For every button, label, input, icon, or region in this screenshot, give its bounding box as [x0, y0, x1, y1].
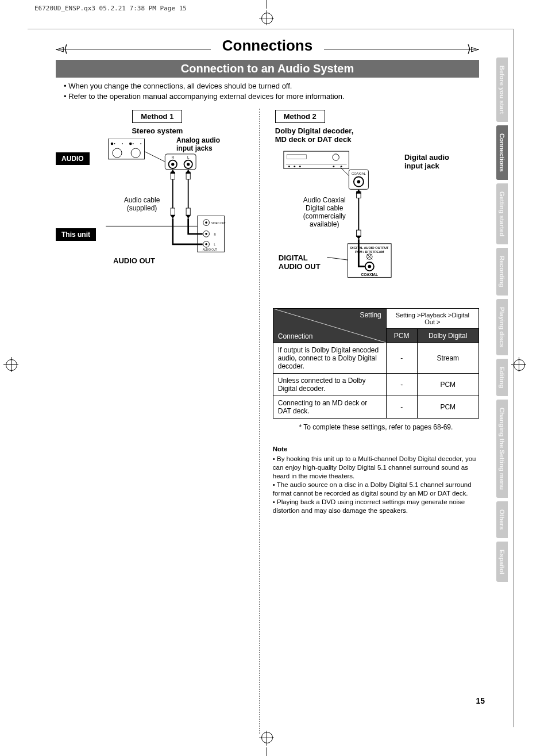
svg-marker-57 — [356, 236, 361, 240]
svg-point-1 — [113, 148, 122, 158]
svg-rect-41 — [287, 155, 306, 159]
bracket-right-icon: ⟩▻ — [467, 43, 479, 55]
svg-line-16 — [144, 152, 165, 162]
svg-rect-21 — [171, 208, 175, 216]
method2-column: Method 2 Dolby Digital decoder, MD deck … — [259, 109, 479, 515]
svg-point-29 — [205, 222, 207, 224]
svg-point-44 — [294, 166, 295, 168]
diagram-area: Method 1 Stereo system AUDIO Analog audi… — [56, 109, 479, 515]
svg-point-4 — [114, 143, 115, 144]
page-trim-right — [513, 29, 514, 727]
note-bullet-1: • By hooking this unit up to a Multi-cha… — [273, 455, 479, 481]
svg-point-46 — [333, 166, 334, 168]
svg-marker-25 — [170, 215, 175, 218]
svg-text:AUDIO OUT: AUDIO OUT — [203, 249, 217, 252]
table-row: Unless connected to a Dolby Digital deco… — [273, 374, 478, 396]
svg-text:VIDEO OUT: VIDEO OUT — [211, 222, 226, 225]
svg-point-3 — [111, 143, 113, 145]
svg-point-65 — [368, 265, 371, 268]
svg-point-6 — [133, 143, 134, 144]
svg-point-45 — [299, 166, 301, 168]
page-trim-top — [28, 29, 514, 29]
side-tab: Connections — [496, 125, 508, 180]
side-tab: Editing — [496, 359, 508, 396]
svg-point-35 — [205, 243, 207, 245]
svg-text:DIGITAL AUDIO OUTPUT: DIGITAL AUDIO OUTPUT — [350, 247, 389, 250]
svg-point-47 — [340, 166, 342, 168]
intro-bullet-1: • When you change the connections, all d… — [64, 81, 479, 91]
table-path-header: Setting >Playback >Digital Out > — [386, 309, 478, 329]
side-tab: Getting started — [496, 183, 508, 244]
side-tab: Playing discs — [496, 299, 508, 355]
col-dolby-header: Dolby Digital — [417, 329, 478, 343]
svg-text:R: R — [172, 155, 175, 159]
intro-text: • When you change the connections, all d… — [56, 81, 479, 102]
svg-rect-39 — [284, 151, 349, 168]
page-content: ◅⟨ Connections ⟩▻ Connection to an Audio… — [56, 40, 479, 722]
crop-mark-right-icon — [508, 359, 531, 371]
crop-mark-bottom-icon — [261, 733, 273, 756]
svg-point-11 — [171, 163, 174, 166]
title-border: ◅⟨ Connections ⟩▻ — [56, 40, 479, 57]
intro-bullet-2: • Refer to the operation manual accompan… — [64, 91, 479, 102]
svg-point-5 — [129, 143, 132, 145]
svg-marker-24 — [186, 170, 191, 174]
note-block: Note • By hooking this unit up to a Mult… — [273, 445, 479, 515]
svg-marker-23 — [170, 170, 175, 174]
svg-text:L: L — [187, 155, 190, 159]
method2-subtitle: Dolby Digital decoder, MD deck or DAT de… — [275, 126, 479, 144]
table-row: Connecting to an MD deck or DAT deck.-PC… — [273, 396, 478, 419]
method1-title-box: Method 1 — [132, 110, 182, 123]
svg-point-43 — [288, 166, 290, 168]
side-tabs: Before you startConnectionsGetting start… — [496, 57, 509, 585]
method2-title-box: Method 2 — [275, 110, 325, 123]
side-tab: Recording — [496, 248, 508, 295]
method2-diagram: COAXIAL DIGITAL AUDIO OUTPUT PCM / BITST… — [273, 147, 479, 297]
file-header-meta: E6720UD_ENSP.qx3 05.2.21 7:38 PM Page 15 — [34, 5, 187, 12]
svg-point-2 — [131, 148, 140, 158]
page-title: Connections — [211, 37, 324, 54]
svg-text:COAXIAL: COAXIAL — [352, 172, 366, 175]
svg-line-67 — [327, 258, 348, 260]
side-tab: Others — [496, 501, 508, 538]
section-heading: Connection to an Audio System — [56, 60, 479, 78]
svg-line-68 — [273, 309, 386, 343]
svg-point-8 — [140, 143, 141, 144]
svg-point-51 — [357, 181, 360, 184]
crop-mark-top-icon — [261, 0, 273, 23]
note-bullet-3: • Playing back a DVD using incorrect set… — [273, 498, 479, 515]
method1-column: Method 1 Stereo system AUDIO Analog audi… — [56, 109, 259, 515]
col-pcm-header: PCM — [386, 329, 417, 343]
svg-rect-22 — [186, 208, 190, 216]
svg-marker-26 — [186, 215, 191, 218]
method1-diagram: R L — [56, 139, 259, 288]
svg-point-13 — [187, 163, 190, 166]
side-tab: Changing the Setting menu — [496, 400, 508, 498]
svg-point-40 — [333, 154, 339, 160]
table-row: If output is Dolby Digital encoded audio… — [273, 343, 478, 374]
side-tab: Before you start — [496, 57, 508, 122]
settings-table: Setting Connection Setting >Playback >Di… — [273, 308, 479, 419]
svg-text:COAXIAL: COAXIAL — [361, 273, 378, 277]
page-number: 15 — [476, 696, 485, 705]
note-title: Note — [273, 445, 479, 454]
svg-point-7 — [122, 143, 123, 144]
dashed-divider — [259, 109, 260, 734]
svg-point-32 — [205, 233, 207, 235]
side-tab: Español — [496, 542, 508, 582]
method1-subtitle: Stereo system — [56, 126, 259, 135]
crop-mark-left-icon — [0, 359, 23, 371]
note-bullet-2: • The audio source on a disc in a Dolby … — [273, 481, 479, 498]
table-footnote: * To complete these settings, refer to p… — [273, 423, 479, 431]
